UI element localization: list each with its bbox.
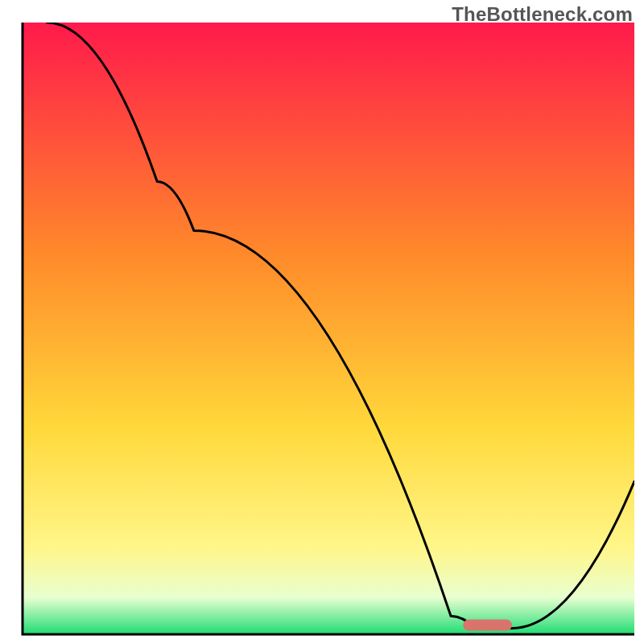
gradient-background — [23, 23, 634, 634]
watermark-text: TheBottleneck.com — [452, 3, 633, 26]
bottleneck-chart: TheBottleneck.com — [0, 0, 644, 644]
optimal-marker — [463, 620, 512, 631]
chart-svg — [0, 0, 644, 644]
